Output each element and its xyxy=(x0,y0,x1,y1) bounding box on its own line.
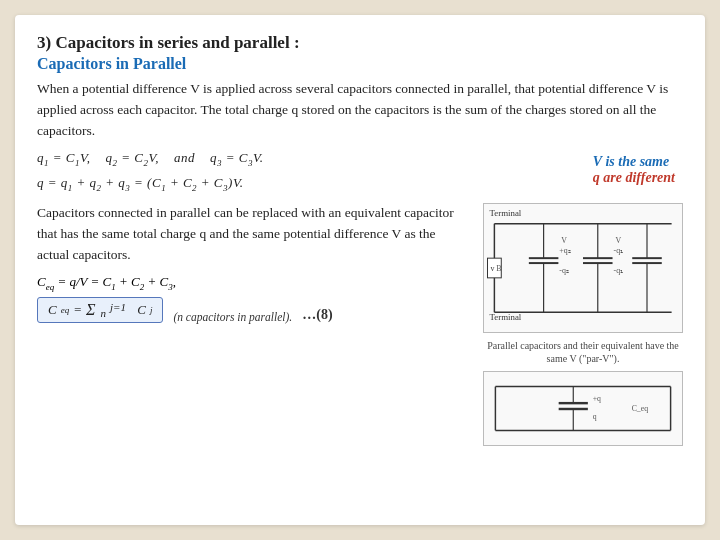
eq-ceq-line: Ceq = q/V = C1 + C2 + C3, xyxy=(37,272,471,292)
svg-text:Terminal: Terminal xyxy=(489,208,521,218)
circuit-caption: Parallel capacitors and their equivalent… xyxy=(483,339,683,365)
svg-text:B: B xyxy=(496,264,501,273)
svg-text:V: V xyxy=(615,236,621,245)
section2-block: Capacitors connected in parallel can be … xyxy=(37,203,683,446)
eq-ceq-text: Ceq = q/V = C1 + C2 + C3, xyxy=(37,274,176,289)
eq-text-2: q = q1 + q2 + q3 = (C1 + C2 + C3)V. xyxy=(37,175,243,193)
svg-text:Terminal: Terminal xyxy=(489,312,521,322)
eq-final-formula: Ceq = Σ n j=1 Cj xyxy=(37,297,163,323)
svg-text:-q₂: -q₂ xyxy=(559,266,569,275)
svg-text:v: v xyxy=(490,264,494,273)
svg-text:q: q xyxy=(593,412,597,421)
annotation-block: V is the same q are different xyxy=(585,150,683,190)
svg-text:V: V xyxy=(561,236,567,245)
section-title: 3) Capacitors in series and parallel : xyxy=(37,33,683,53)
svg-text:+q: +q xyxy=(593,394,601,403)
eq-line-2: q = q1 + q2 + q3 = (C1 + C2 + C3)V. xyxy=(37,175,575,193)
circuit-diagrams: Terminal Terminal v +q₂ xyxy=(483,203,683,446)
section2-paragraph: Capacitors connected in parallel can be … xyxy=(37,203,471,266)
svg-text:+q₂: +q₂ xyxy=(559,246,570,255)
eq-formulas: q1 = C1V, q2 = C2V, and q3 = C3V. q = q1… xyxy=(37,150,575,193)
intro-paragraph: When a potential difference V is applied… xyxy=(37,79,683,142)
eq-number: …(8) xyxy=(302,307,332,323)
annotation-line-2: q are different xyxy=(593,170,675,186)
svg-text:C_eq: C_eq xyxy=(632,404,649,413)
section2-text-block: Capacitors connected in parallel can be … xyxy=(37,203,471,323)
eq-final-row: Ceq = Σ n j=1 Cj (n capacitors in parall… xyxy=(37,297,471,323)
annotation-line-1: V is the same xyxy=(593,154,675,170)
section-subtitle: Capacitors in Parallel xyxy=(37,55,683,73)
circuit-diagram-1: Terminal Terminal v +q₂ xyxy=(483,203,683,333)
svg-text:-q₁: -q₁ xyxy=(614,266,624,275)
eq-text-1: q1 = C1V, q2 = C2V, and q3 = C3V. xyxy=(37,150,263,168)
svg-text:-q₁: -q₁ xyxy=(614,246,624,255)
equations-block-1: q1 = C1V, q2 = C2V, and q3 = C3V. q = q1… xyxy=(37,150,683,193)
eq-line-1: q1 = C1V, q2 = C2V, and q3 = C3V. xyxy=(37,150,575,168)
eq-note: (n capacitors in parallel). xyxy=(173,311,292,323)
circuit-diagram-2: +q q C_eq xyxy=(483,371,683,446)
circuit-svg-1: Terminal Terminal v +q₂ xyxy=(484,204,682,332)
circuit-svg-2: +q q C_eq xyxy=(484,372,682,445)
circuit-caption-text: Parallel capacitors and their equivalent… xyxy=(487,340,679,364)
main-card: 3) Capacitors in series and parallel : C… xyxy=(15,15,705,525)
